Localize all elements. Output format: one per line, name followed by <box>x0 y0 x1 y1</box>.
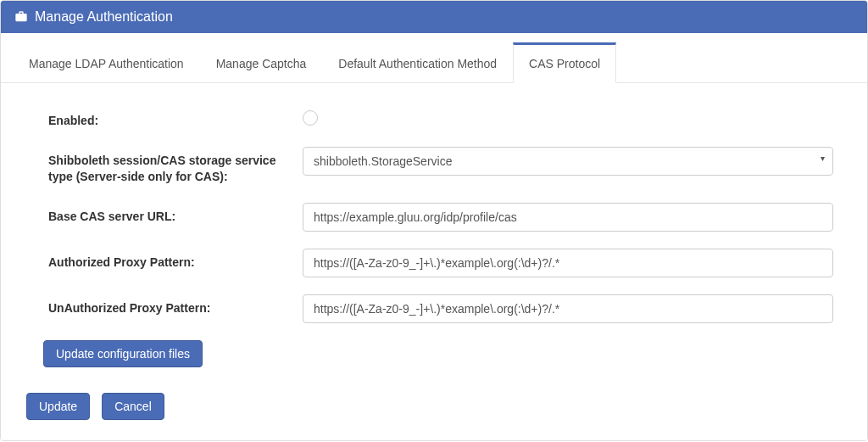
update-button[interactable]: Update <box>26 393 90 420</box>
row-update-config: Update configuration files <box>43 340 833 367</box>
tab-manage-ldap[interactable]: Manage LDAP Authentication <box>13 42 200 83</box>
unauthorized-proxy-input[interactable] <box>303 294 833 323</box>
row-auth-proxy: Authorized Proxy Pattern: <box>48 249 833 277</box>
panel-title: Manage Authentication <box>35 9 173 25</box>
label-base-url: Base CAS server URL: <box>48 203 303 226</box>
authorized-proxy-input[interactable] <box>303 249 833 277</box>
label-auth-proxy: Authorized Proxy Pattern: <box>48 249 303 271</box>
tab-manage-captcha[interactable]: Manage Captcha <box>200 42 323 83</box>
briefcase-icon <box>14 10 28 24</box>
row-base-url: Base CAS server URL: <box>48 203 833 232</box>
control-storage: shibboleth.StorageService <box>303 147 833 176</box>
control-enabled <box>303 107 833 128</box>
tab-label: CAS Protocol <box>529 57 600 70</box>
enabled-radio[interactable] <box>303 110 318 126</box>
button-label: Cancel <box>114 400 152 413</box>
row-enabled: Enabled: <box>48 107 833 130</box>
update-config-button[interactable]: Update configuration files <box>43 340 203 367</box>
button-label: Update <box>39 400 77 413</box>
cancel-button[interactable]: Cancel <box>102 393 164 420</box>
control-unauth-proxy <box>303 294 833 323</box>
control-base-url <box>303 203 833 232</box>
label-storage: Shibboleth session/CAS storage service t… <box>48 147 303 186</box>
authentication-panel: Manage Authentication Manage LDAP Authen… <box>0 0 868 441</box>
row-storage: Shibboleth session/CAS storage service t… <box>48 147 833 186</box>
row-unauth-proxy: UnAuthorized Proxy Pattern: <box>48 294 833 323</box>
tab-cas-protocol[interactable]: CAS Protocol <box>513 42 616 83</box>
label-unauth-proxy: UnAuthorized Proxy Pattern: <box>48 294 303 317</box>
base-cas-url-input[interactable] <box>303 203 833 232</box>
label-enabled: Enabled: <box>48 107 303 130</box>
tab-label: Manage Captcha <box>216 57 307 70</box>
tabs: Manage LDAP Authentication Manage Captch… <box>1 42 867 83</box>
button-label: Update configuration files <box>56 347 190 361</box>
control-auth-proxy <box>303 249 833 277</box>
panel-header: Manage Authentication <box>1 1 867 33</box>
storage-service-select[interactable]: shibboleth.StorageService <box>303 147 833 176</box>
tab-default-auth-method[interactable]: Default Authentication Method <box>322 42 513 83</box>
tab-label: Default Authentication Method <box>338 57 497 70</box>
form-area: Enabled: Shibboleth session/CAS storage … <box>1 83 867 384</box>
tab-label: Manage LDAP Authentication <box>29 57 184 70</box>
panel-body: Manage LDAP Authentication Manage Captch… <box>1 42 867 440</box>
footer-buttons: Update Cancel <box>1 384 867 440</box>
